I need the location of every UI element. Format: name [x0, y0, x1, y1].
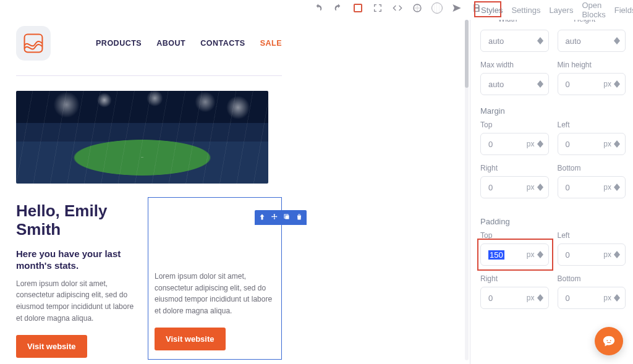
- panel-scrollbar[interactable]: [465, 20, 469, 360]
- right-cta-button[interactable]: Visit website: [155, 328, 226, 350]
- editor-toolbar: [312, 2, 483, 14]
- code-icon[interactable]: [391, 2, 404, 14]
- email-nav: PRODUCTS ABOUT CONTACTS SALE: [96, 39, 282, 48]
- greeting-heading: Hello, Emily Smith: [16, 202, 137, 239]
- margin-top-label: Top: [480, 121, 549, 129]
- min-height-label: Min height: [558, 61, 626, 69]
- max-width-stepper[interactable]: [537, 80, 543, 88]
- left-column[interactable]: Hello, Emily Smith Here you have your la…: [16, 193, 139, 360]
- redo-icon[interactable]: [332, 2, 344, 14]
- delete-icon[interactable]: [295, 212, 303, 223]
- margin-left-label: Left: [558, 121, 626, 129]
- tab-fields[interactable]: Fields: [614, 6, 633, 15]
- width-field[interactable]: [480, 30, 549, 52]
- margin-left-input[interactable]: [566, 140, 604, 149]
- email-canvas: PRODUCTS ABOUT CONTACTS SALE Hello, Emil…: [16, 19, 282, 364]
- chat-widget[interactable]: [595, 327, 623, 355]
- margin-bottom-field[interactable]: px: [558, 176, 626, 198]
- padding-bottom-field[interactable]: px: [558, 287, 626, 309]
- margin-right-label: Right: [480, 164, 549, 172]
- padding-spacer: [155, 198, 275, 271]
- left-cta-button[interactable]: Visit website: [16, 335, 87, 358]
- move-up-icon[interactable]: [258, 212, 266, 223]
- tab-layers[interactable]: Layers: [549, 6, 573, 15]
- outline-icon[interactable]: [352, 2, 364, 14]
- width-stepper[interactable]: [537, 37, 543, 44]
- left-body-text: Lorem ipsum dolor sit amet, consectetur …: [16, 278, 137, 324]
- padding-left-field[interactable]: px: [558, 243, 626, 266]
- margin-bottom-label: Bottom: [558, 164, 626, 172]
- tab-settings[interactable]: Settings: [511, 6, 540, 15]
- tab-styles[interactable]: Styles: [481, 6, 503, 15]
- padding-right-input[interactable]: [488, 294, 527, 303]
- height-field[interactable]: [558, 30, 626, 52]
- padding-right-label: Right: [480, 274, 549, 283]
- padding-left-label: Left: [558, 231, 626, 240]
- height-stepper[interactable]: [614, 37, 620, 44]
- margin-group-label: Margin: [480, 106, 626, 116]
- nav-about[interactable]: ABOUT: [156, 39, 185, 48]
- move-icon[interactable]: [271, 212, 278, 223]
- undo-icon[interactable]: [312, 2, 325, 14]
- send-icon[interactable]: [451, 2, 463, 14]
- tab-open-blocks[interactable]: Open Blocks: [582, 1, 605, 19]
- height-input[interactable]: [566, 36, 614, 46]
- max-width-label: Max width: [480, 61, 549, 69]
- nav-sale[interactable]: SALE: [260, 39, 282, 48]
- svg-rect-2: [286, 216, 289, 219]
- nav-products[interactable]: PRODUCTS: [96, 39, 142, 48]
- right-body-text: Lorem ipsum dolor sit amet, consectetur …: [155, 271, 275, 316]
- brand-logo: [16, 26, 51, 61]
- height-label-cut: Height: [558, 20, 626, 23]
- fullscreen-icon[interactable]: [372, 2, 384, 14]
- sidepanel-tabs: Styles Settings Layers Open Blocks Field…: [475, 0, 633, 20]
- margin-left-field[interactable]: px: [558, 133, 626, 155]
- margin-top-field[interactable]: px: [480, 133, 549, 155]
- svg-point-5: [610, 340, 611, 341]
- hero-image[interactable]: [16, 91, 268, 184]
- min-height-input[interactable]: [566, 80, 604, 89]
- margin-right-field[interactable]: px: [480, 176, 549, 198]
- min-height-stepper[interactable]: [614, 80, 620, 88]
- svg-point-4: [606, 340, 608, 341]
- padding-left-input[interactable]: [566, 250, 604, 260]
- nav-contacts[interactable]: CONTACTS: [200, 39, 245, 48]
- min-height-unit: px: [603, 80, 611, 88]
- width-input[interactable]: [488, 36, 537, 46]
- preview-icon[interactable]: [411, 2, 423, 14]
- padding-top-field[interactable]: 150 px: [480, 243, 549, 266]
- padding-group-label: Padding: [480, 217, 626, 226]
- padding-bottom-input[interactable]: [566, 294, 604, 303]
- margin-top-input[interactable]: [488, 140, 527, 149]
- padding-top-label: Top: [480, 231, 549, 240]
- max-width-field[interactable]: [480, 73, 549, 95]
- padding-bottom-label: Bottom: [558, 274, 626, 283]
- duplicate-icon[interactable]: [283, 212, 291, 223]
- divider: [16, 75, 282, 76]
- globe-icon[interactable]: [431, 2, 443, 14]
- margin-bottom-input[interactable]: [566, 183, 604, 192]
- width-label-cut: Width: [480, 20, 549, 23]
- max-width-input[interactable]: [488, 80, 537, 89]
- subheading: Here you have your last month's stats.: [16, 248, 137, 272]
- padding-top-input[interactable]: 150: [488, 250, 504, 260]
- styles-panel: Width Height Max width: [470, 20, 633, 364]
- margin-right-input[interactable]: [488, 183, 527, 192]
- min-height-field[interactable]: px: [558, 73, 626, 95]
- padding-right-field[interactable]: px: [480, 287, 549, 309]
- selected-block-toolbar: [255, 210, 307, 225]
